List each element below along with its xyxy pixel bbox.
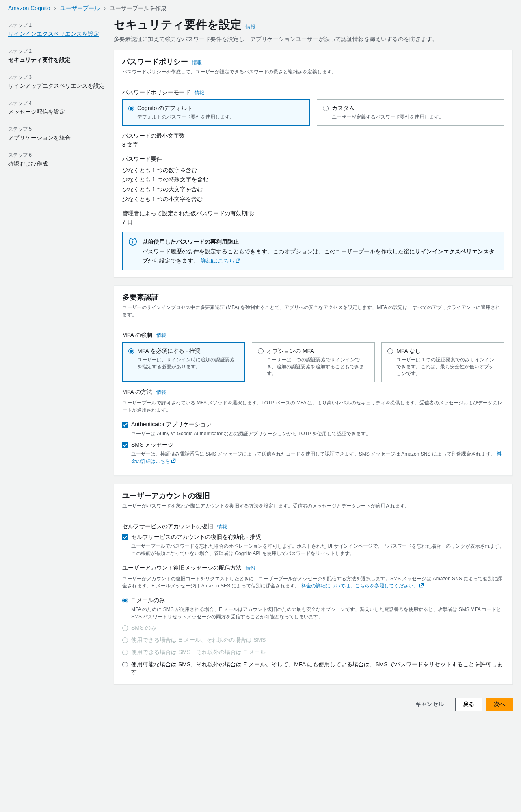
wizard-step-2: ステップ 2 セキュリティ要件を設定 [8, 43, 106, 69]
min-length-value: 8 文字 [122, 141, 504, 149]
info-link[interactable]: 情報 [156, 333, 166, 338]
external-link-icon [419, 583, 424, 587]
recovery-sms-only-radio [122, 625, 128, 631]
tile-description: ユーザーが定義するパスワード要件を使用します。 [332, 114, 499, 121]
authenticator-checkbox[interactable] [122, 422, 128, 428]
breadcrumb-current: ユーザープールを作成 [110, 5, 166, 11]
radio-label: 使用できる場合は SMS、それ以外の場合は E メール [131, 649, 266, 656]
self-service-checkbox[interactable] [122, 534, 128, 540]
panel-description: ユーザーのサインインプロセス中に多要素認証 (MFA) を強制することで、アプリ… [122, 304, 504, 318]
tile-description: ユーザーは 1 つの認証要素でサインインでき、追加の認証要素を追加することもでき… [267, 356, 369, 377]
mfa-optional-tile[interactable]: オプションの MFA ユーザーは 1 つの認証要素でサインインでき、追加の認証要… [252, 342, 375, 382]
breadcrumb: Amazon Cognito › ユーザープール › ユーザープールを作成 [0, 0, 521, 17]
checkbox-description: ユーザーは Authy や Google Authenticator などの認証… [131, 430, 504, 437]
external-link-icon [171, 458, 176, 463]
panel-title: パスワードポリシー [122, 58, 188, 66]
wizard-step-1[interactable]: ステップ 1 サインインエクスペリエンスを設定 [8, 17, 106, 43]
radio-icon [128, 348, 134, 354]
temp-password-label: 管理者によって設定された仮パスワードの有効期限: [122, 210, 504, 217]
step-title: セキュリティ要件を設定 [8, 56, 106, 64]
step-title: サインアップエクスペリエンスを設定 [8, 82, 106, 90]
step-number: ステップ 2 [8, 48, 106, 55]
external-link-icon [236, 257, 240, 261]
radio-label: 使用できる場合は E メール、それ以外の場合は SMS [131, 637, 266, 644]
requirement-item: 少なくとも 1 つの特殊文字を含む [122, 175, 504, 185]
checkbox-label: Authenticator アプリケーション [131, 421, 212, 428]
step-title-link[interactable]: サインインエクスペリエンスを設定 [8, 30, 99, 37]
wizard-steps-sidebar: ステップ 1 サインインエクスペリエンスを設定 ステップ 2 セキュリティ要件を… [8, 17, 106, 717]
info-link[interactable]: 情報 [246, 565, 255, 571]
breadcrumb-link-userpools[interactable]: ユーザープール [60, 5, 100, 11]
checkbox-description: ユーザーは、検証済み電話番号に SMS メッセージによって送信されたコードを使用… [131, 450, 504, 465]
radio-icon [323, 106, 329, 111]
step-title: メッセージ配信を設定 [8, 108, 106, 116]
panel-title: 多要素認証 [122, 293, 159, 301]
password-mode-custom-tile[interactable]: カスタム ユーザーが定義するパスワード要件を使用します。 [317, 99, 505, 126]
step-number: ステップ 5 [8, 126, 106, 133]
field-label: MFA の強制 [122, 332, 152, 338]
panel-description: ユーザーがパスワードを忘れた際にアカウントを復旧する方法を設定します。受信者のメ… [122, 502, 504, 510]
info-alert: 以前使用したパスワードの再利用防止 パスワード履歴の要件を設定することもできます… [122, 232, 504, 270]
step-title: アプリケーションを統合 [8, 134, 106, 142]
field-label: ユーザーアカウント復旧メッセージの配信方法 [122, 564, 242, 571]
pricing-link[interactable]: 料金の詳細については、こちらを参照してください。 [301, 583, 424, 589]
wizard-step-3[interactable]: ステップ 3 サインアップエクスペリエンスを設定 [8, 69, 106, 95]
alert-title: 以前使用したパスワードの再利用防止 [142, 237, 498, 246]
wizard-step-5[interactable]: ステップ 5 アプリケーションを統合 [8, 121, 106, 147]
field-label: MFA の方法 [122, 389, 152, 395]
requirement-item: 少なくとも 1 つの小文字を含む [122, 194, 504, 204]
breadcrumb-link-cognito[interactable]: Amazon Cognito [8, 5, 50, 11]
field-description: ユーザーがアカウントの復旧コードをリクエストしたときに、ユーザープールがメッセー… [122, 575, 504, 590]
radio-icon [387, 348, 393, 354]
wizard-step-6[interactable]: ステップ 6 確認および作成 [8, 147, 106, 173]
temp-password-value: 7 日 [122, 219, 504, 226]
sms-checkbox[interactable] [122, 442, 128, 448]
tile-title: カスタム [332, 105, 355, 112]
tile-description: デフォルトのパスワード要件を使用します。 [137, 114, 304, 121]
info-link[interactable]: 情報 [192, 60, 202, 65]
tile-title: MFA を必須にする - 推奨 [137, 348, 201, 355]
svg-point-2 [132, 239, 133, 240]
radio-icon [128, 106, 134, 111]
mfa-none-tile[interactable]: MFA なし ユーザーは 1 つの認証要素でのみサインインできます。これは、最も… [381, 342, 504, 382]
step-number: ステップ 6 [8, 152, 106, 159]
radio-icon [258, 348, 264, 354]
info-link[interactable]: 情報 [217, 524, 227, 529]
wizard-step-4[interactable]: ステップ 4 メッセージ配信を設定 [8, 95, 106, 121]
alert-text: パスワード履歴の要件を設定することもできます。このオプションは、このユーザープー… [142, 247, 498, 265]
tile-title: MFA なし [396, 348, 421, 355]
recovery-sms-allow-mfa-radio[interactable] [122, 662, 128, 667]
info-link[interactable]: 情報 [246, 24, 255, 30]
field-label: パスワードポリシーモード [122, 89, 190, 95]
next-button[interactable]: 次へ [486, 698, 513, 711]
checkbox-label: セルフサービスのアカウントの復旧を有効化 - 推奨 [131, 533, 261, 541]
cancel-button[interactable]: キャンセル [408, 698, 451, 710]
back-button[interactable]: 戻る [455, 698, 482, 711]
wizard-footer: キャンセル 戻る 次へ [114, 692, 513, 717]
password-mode-default-tile[interactable]: Cognito のデフォルト デフォルトのパスワード要件を使用します。 [122, 99, 310, 126]
min-length-label: パスワードの最小文字数 [122, 132, 504, 140]
field-label: セルフサービスのアカウントの復旧 [122, 523, 213, 529]
radio-label: 使用可能な場合は SMS、それ以外の場合は E メール。そして、MFA にも使用… [131, 661, 504, 676]
tile-description: ユーザーは、サインイン時に追加の認証要素を指定する必要があります。 [137, 356, 239, 370]
recovery-email-only-radio[interactable] [122, 598, 128, 603]
panel-description: パスワードポリシーを作成して、ユーザーが設定できるパスワードの長さと複雑さを定義… [122, 68, 504, 76]
chevron-right-icon: › [104, 5, 106, 11]
info-link[interactable]: 情報 [195, 90, 204, 95]
learn-more-link[interactable]: 詳細はこちら [201, 257, 240, 264]
requirement-item: 少なくとも 1 つの大文字を含む [122, 185, 504, 194]
radio-label: E メールのみ [131, 597, 165, 604]
info-link[interactable]: 情報 [156, 389, 166, 395]
page-description: 多要素認証に加えて強力なパスワード要件を設定し、アプリケーションユーザーが誤って… [114, 35, 513, 43]
recovery-email-then-sms-radio [122, 637, 128, 643]
mfa-panel: 多要素認証 ユーザーのサインインプロセス中に多要素認証 (MFA) を強制するこ… [114, 285, 513, 476]
step-number: ステップ 4 [8, 100, 106, 107]
checkbox-label: SMS メッセージ [131, 441, 173, 449]
radio-description: MFA のために SMS が使用される場合、E メールはアカウント復旧のための最… [131, 606, 504, 620]
mfa-required-tile[interactable]: MFA を必須にする - 推奨 ユーザーは、サインイン時に追加の認証要素を指定す… [122, 342, 245, 382]
panel-title: ユーザーアカウントの復旧 [122, 492, 210, 500]
requirement-item: 少なくとも 1 つの数字を含む [122, 166, 504, 175]
chevron-right-icon: › [54, 5, 56, 11]
tile-description: ユーザーは 1 つの認証要素でのみサインインできます。これは、最も安全性が低いオ… [396, 356, 498, 377]
radio-label: SMS のみ [131, 624, 156, 632]
